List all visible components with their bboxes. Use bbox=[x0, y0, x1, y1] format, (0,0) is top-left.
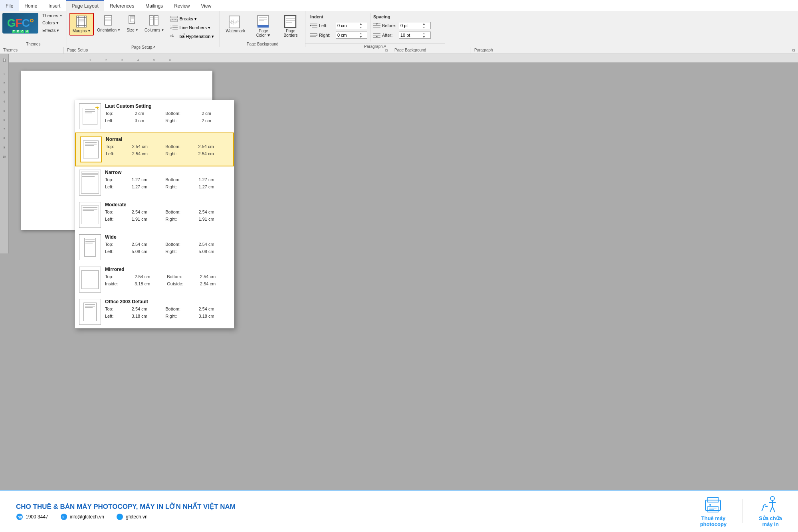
page-background-group-label: Page Background bbox=[247, 42, 279, 46]
tab-file[interactable]: File bbox=[0, 0, 19, 11]
svg-text:🌐: 🌐 bbox=[118, 516, 121, 519]
indent-right-up[interactable]: ▲ bbox=[358, 32, 364, 35]
tab-home[interactable]: Home bbox=[19, 0, 43, 11]
margin-option-moderate[interactable]: Moderate Top:2.54 cm Bottom:2.54 cm Left… bbox=[75, 199, 234, 231]
hyphenation-button[interactable]: bả bẩ Hyphenation ▾ bbox=[169, 33, 216, 40]
tab-page-layout[interactable]: Page Layout bbox=[66, 0, 104, 11]
paragraph-expand-arrow[interactable]: ⧉ bbox=[792, 48, 795, 53]
tab-mailings[interactable]: Mailings bbox=[140, 0, 168, 11]
breaks-button[interactable]: Breaks ▾ bbox=[169, 15, 216, 22]
line-numbers-button[interactable]: 12 Line Numbers ▾ bbox=[169, 24, 216, 31]
footer-service-sua: Sửa chữa máy in bbox=[759, 495, 782, 527]
spacing-title: Spacing bbox=[373, 14, 440, 19]
spacing-before-spinner[interactable]: ▲ ▼ bbox=[421, 22, 427, 29]
spacing-after-input[interactable] bbox=[399, 33, 421, 38]
spacing-after-down[interactable]: ▼ bbox=[421, 35, 427, 39]
colors-button[interactable]: Colors ▾ bbox=[41, 20, 64, 26]
indent-left-input[interactable] bbox=[336, 23, 358, 28]
margin-text-moderate: Moderate Top:2.54 cm Bottom:2.54 cm Left… bbox=[105, 202, 230, 223]
email-icon: ✉ bbox=[60, 513, 67, 520]
margins-icon bbox=[75, 15, 88, 28]
page-setup-expand-arrow[interactable]: ⧉ bbox=[385, 48, 388, 53]
svg-rect-40 bbox=[285, 16, 296, 28]
themes-bottom-label: Themes bbox=[0, 47, 64, 53]
spacing-before-icon bbox=[373, 23, 380, 28]
spacing-before-down[interactable]: ▼ bbox=[421, 26, 427, 29]
themes-group-label: Themes bbox=[26, 42, 40, 46]
svg-point-72 bbox=[770, 496, 774, 500]
svg-marker-59 bbox=[376, 36, 378, 37]
footer-service-thue: Thuê máy photocopy bbox=[700, 495, 727, 527]
indent-right-label: Right: bbox=[319, 33, 334, 38]
spacing-before-up[interactable]: ▲ bbox=[421, 22, 427, 26]
indent-right-down[interactable]: ▼ bbox=[358, 35, 364, 39]
spacing-before-input[interactable] bbox=[399, 23, 421, 28]
page-bg-bottom-label: Page Background bbox=[391, 47, 471, 53]
page-color-icon bbox=[256, 14, 271, 29]
margin-preview-mirrored bbox=[79, 267, 101, 293]
paragraph-bottom: Paragraph ⧉ bbox=[471, 47, 798, 53]
ribbon-bottom-labels: Themes Page Setup ⧉ Page Background Para… bbox=[0, 47, 798, 54]
footer-contacts: ☎ 1900 3447 ✉ info@gfctech.vn 🌐 gfctech.… bbox=[16, 513, 700, 520]
size-button[interactable]: Size ▼ bbox=[124, 13, 141, 34]
columns-label: Columns ▼ bbox=[145, 28, 164, 32]
margin-text-narrow: Narrow Top:1.27 cm Bottom:1.27 cm Left:1… bbox=[105, 170, 230, 190]
spacing-after-spinner[interactable]: ▲ ▼ bbox=[421, 32, 427, 39]
indent-left-input-wrap: ▲ ▼ bbox=[336, 22, 367, 29]
margin-text-office2003: Office 2003 Default Top:2.54 cm Bottom:2… bbox=[105, 299, 230, 320]
themes-button[interactable]: Themes ▼ bbox=[41, 13, 64, 18]
svg-rect-9 bbox=[105, 16, 112, 25]
svg-marker-55 bbox=[376, 24, 378, 25]
footer-email: ✉ info@gfctech.vn bbox=[60, 513, 104, 520]
margin-option-narrow[interactable]: Narrow Top:1.27 cm Bottom:1.27 cm Left:1… bbox=[75, 166, 234, 199]
margin-option-mirrored[interactable]: Mirrored Top:2.54 cm Bottom:2.54 cm Insi… bbox=[75, 263, 234, 296]
ruler-left: L 1 2 3 4 5 6 7 8 9 10 bbox=[0, 54, 9, 253]
page-borders-icon bbox=[283, 14, 298, 29]
margin-option-normal[interactable]: Normal Top:2.54 cm Bottom:2.54 cm Left:2… bbox=[75, 133, 234, 166]
page-color-button[interactable]: PageColor ▼ bbox=[251, 13, 275, 39]
columns-button[interactable]: Columns ▼ bbox=[142, 13, 166, 34]
svg-line-76 bbox=[772, 506, 775, 512]
orientation-button[interactable]: Orientation ▼ bbox=[95, 13, 123, 34]
margins-label: Margins ▼ bbox=[73, 29, 91, 33]
margin-text-mirrored: Mirrored Top:2.54 cm Bottom:2.54 cm Insi… bbox=[105, 267, 230, 287]
mayin-label: máy in bbox=[762, 521, 778, 527]
svg-text:2: 2 bbox=[170, 27, 172, 29]
tab-view[interactable]: View bbox=[196, 0, 217, 11]
indent-right-input[interactable] bbox=[336, 33, 358, 38]
spacing-before-label: Before: bbox=[382, 23, 397, 28]
ribbon-content: GFC° T E C H Themes ▼ bbox=[0, 11, 798, 47]
margins-button[interactable]: Margins ▼ bbox=[69, 13, 94, 36]
margin-option-wide[interactable]: Wide Top:2.54 cm Bottom:2.54 cm Left:5.0… bbox=[75, 231, 234, 263]
tab-insert[interactable]: Insert bbox=[43, 0, 66, 11]
page-borders-button[interactable]: PageBorders bbox=[279, 13, 303, 39]
indent-right-spinner[interactable]: ▲ ▼ bbox=[358, 32, 364, 39]
margin-text-wide: Wide Top:2.54 cm Bottom:2.54 cm Left:5.0… bbox=[105, 234, 230, 255]
phone-icon: ☎ bbox=[16, 513, 23, 520]
indent-left-down[interactable]: ▼ bbox=[358, 26, 364, 29]
indent-right-input-wrap: ▲ ▼ bbox=[336, 32, 367, 39]
indent-left-spinner[interactable]: ▲ ▼ bbox=[358, 22, 364, 29]
spacing-after-input-wrap: ▲ ▼ bbox=[399, 32, 431, 39]
effects-button[interactable]: Effects ▾ bbox=[41, 28, 64, 34]
svg-marker-47 bbox=[310, 25, 312, 26]
themes-group: GFC° T E C H Themes ▼ bbox=[0, 11, 67, 47]
margin-preview-office2003 bbox=[79, 299, 101, 325]
watermark-button[interactable]: W mark Watermark bbox=[222, 13, 248, 35]
svg-rect-17 bbox=[149, 16, 153, 25]
margin-option-last-custom[interactable]: ★ Last Custom Setting Top:2 cm Bottom:2 … bbox=[75, 100, 234, 133]
svg-rect-68 bbox=[708, 506, 718, 512]
indent-left-icon bbox=[310, 23, 317, 28]
svg-rect-14 bbox=[131, 16, 135, 22]
svg-line-77 bbox=[762, 506, 764, 511]
ribbon-tabs: File Home Insert Page Layout References … bbox=[0, 0, 798, 11]
svg-rect-36 bbox=[257, 25, 269, 28]
tab-review[interactable]: Review bbox=[168, 0, 195, 11]
page-setup-bottom: Page Setup ⧉ bbox=[64, 47, 391, 53]
tab-references[interactable]: References bbox=[104, 0, 140, 11]
spacing-after-up[interactable]: ▲ bbox=[421, 32, 427, 35]
indent-left-up[interactable]: ▲ bbox=[358, 22, 364, 26]
svg-rect-69 bbox=[709, 504, 711, 506]
margin-option-office2003[interactable]: Office 2003 Default Top:2.54 cm Bottom:2… bbox=[75, 296, 234, 328]
margin-preview-moderate bbox=[79, 202, 101, 228]
